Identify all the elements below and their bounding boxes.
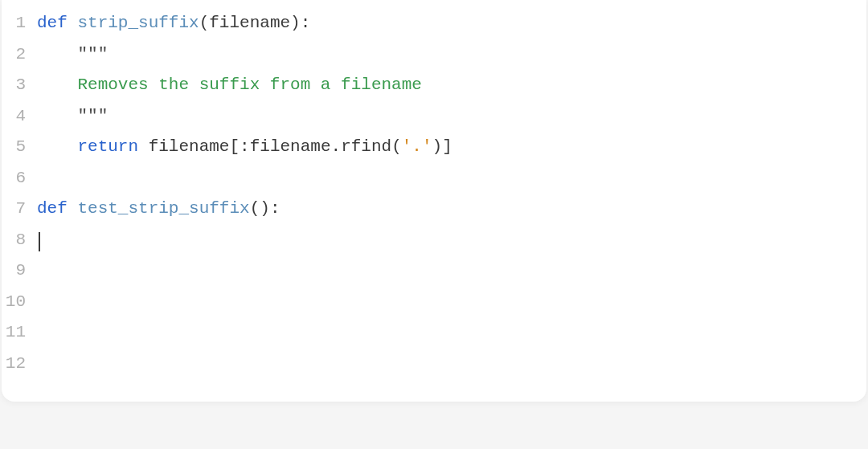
line-number: 1 — [2, 8, 37, 39]
line-number: 4 — [2, 101, 37, 133]
text-cursor — [39, 232, 40, 251]
code-text: def strip_suffix(filename): — [37, 8, 310, 39]
line-number: 11 — [2, 317, 37, 349]
line-number: 9 — [2, 255, 37, 287]
code-line[interactable]: 1 def strip_suffix(filename): — [2, 8, 866, 39]
code-text — [37, 225, 40, 256]
line-number: 6 — [2, 163, 37, 194]
code-line[interactable]: 9 — [2, 255, 866, 287]
code-text: Removes the suffix from a filename — [37, 70, 422, 101]
code-text: def test_strip_suffix(): — [37, 194, 280, 225]
line-number: 2 — [2, 39, 37, 71]
code-line[interactable]: 4 """ — [2, 101, 866, 133]
code-line[interactable]: 3 Removes the suffix from a filename — [2, 70, 866, 101]
code-line[interactable]: 12 — [2, 349, 866, 380]
code-line[interactable]: 8 — [2, 225, 866, 256]
code-text: return filename[:filename.rfind('.')] — [37, 132, 452, 163]
code-text: """ — [37, 39, 108, 71]
line-number: 12 — [2, 349, 37, 380]
code-line[interactable]: 2 """ — [2, 39, 866, 71]
code-editor[interactable]: 1 def strip_suffix(filename): 2 """ 3 Re… — [2, 0, 866, 402]
code-line[interactable]: 11 — [2, 317, 866, 349]
code-text: """ — [37, 101, 108, 133]
line-number: 3 — [2, 70, 37, 101]
line-number: 5 — [2, 132, 37, 163]
code-line[interactable]: 6 — [2, 163, 866, 194]
code-line[interactable]: 7 def test_strip_suffix(): — [2, 194, 866, 225]
code-line[interactable]: 5 return filename[:filename.rfind('.')] — [2, 132, 866, 163]
code-line[interactable]: 10 — [2, 287, 866, 318]
line-number: 7 — [2, 194, 37, 225]
line-number: 8 — [2, 225, 37, 256]
line-number: 10 — [2, 287, 37, 318]
